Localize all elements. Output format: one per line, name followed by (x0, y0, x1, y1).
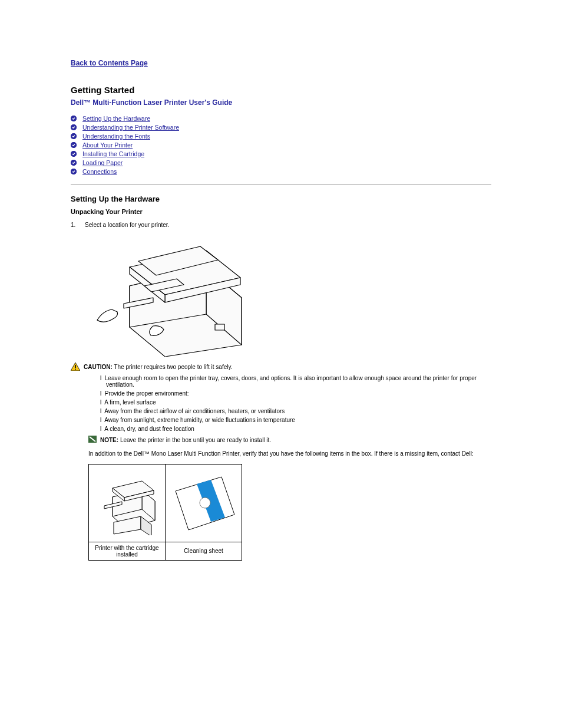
toc-link-connections[interactable]: Connections (82, 168, 117, 175)
parts-table: Printer with the cartridge installed Cle… (88, 464, 242, 561)
parts-label-sheet: Cleaning sheet (166, 542, 242, 560)
guideline-list: l Leave enough room to open the printer … (100, 375, 491, 432)
toc-link-about-printer[interactable]: About Your Printer (82, 141, 133, 149)
note-body: Leave the printer in the box until you a… (118, 437, 271, 443)
guideline-item: l Provide the proper environment: (100, 390, 491, 397)
bullet-icon (71, 124, 77, 130)
toc-list: Setting Up the Hardware Understanding th… (71, 115, 491, 175)
parts-label-printer: Printer with the cartridge installed (89, 542, 166, 560)
bullet-icon (71, 169, 77, 174)
toc-item: Loading Paper (71, 159, 491, 166)
note-label: NOTE: (100, 437, 118, 443)
bullet-icon (71, 151, 77, 157)
caution-icon (71, 363, 80, 371)
parts-cell-printer-image (89, 464, 166, 542)
figure-printer-lift (88, 233, 253, 357)
toc-item: Understanding the Fonts (71, 133, 491, 140)
guideline-item: l Leave enough room to open the printer … (100, 375, 491, 388)
note-block: NOTE: Leave the printer in the box until… (88, 436, 491, 444)
note-text: NOTE: Leave the printer in the box until… (100, 436, 271, 444)
subtitle: Dell™ Multi-Function Laser Printer User'… (71, 98, 491, 107)
caution-text: CAUTION: The printer requires two people… (84, 363, 233, 371)
toc-item: Installing the Cartridge (71, 150, 491, 157)
step-1: 1.Select a location for your printer. (71, 220, 491, 229)
parts-cell-sheet-image (166, 464, 242, 542)
svg-rect-7 (215, 324, 224, 330)
heading-setup-hardware: Setting Up the Hardware (71, 195, 491, 203)
toc-link-understanding-fonts[interactable]: Understanding the Fonts (82, 133, 150, 140)
caution-block: CAUTION: The printer requires two people… (71, 363, 491, 371)
back-to-contents-link[interactable]: Back to Contents Page (71, 59, 148, 67)
toc-link-loading-paper[interactable]: Loading Paper (82, 159, 123, 166)
caution-body: The printer requires two people to lift … (113, 364, 233, 370)
step-1-text: Select a location for your printer. (85, 222, 169, 228)
toc-link-setup-hardware[interactable]: Setting Up the Hardware (82, 115, 150, 122)
guideline-item: l Away from sunlight, extreme humidity, … (100, 417, 491, 423)
caution-label: CAUTION: (84, 364, 113, 370)
toc-item: Setting Up the Hardware (71, 115, 491, 122)
toc-item: Understanding the Printer Software (71, 124, 491, 131)
bullet-icon (71, 142, 77, 148)
guideline-item: l A firm, level surface (100, 399, 491, 406)
bullet-icon (71, 116, 77, 121)
toc-link-installing-cartridge[interactable]: Installing the Cartridge (82, 150, 144, 157)
svg-rect-8 (75, 365, 76, 368)
guideline-item: l Away from the direct airflow of air co… (100, 408, 491, 414)
divider (71, 185, 491, 185)
step-1-number: 1. (71, 220, 85, 229)
guideline-item: l A clean, dry, and dust free location (100, 426, 491, 432)
note-icon (88, 436, 97, 443)
toc-link-understanding-software[interactable]: Understanding the Printer Software (82, 124, 179, 131)
box-contents-intro: In addition to the Dell™ Mono Laser Mult… (88, 450, 491, 457)
toc-item: About Your Printer (71, 141, 491, 149)
page-title: Getting Started (71, 85, 491, 95)
heading-unpacking: Unpacking Your Printer (71, 207, 491, 217)
svg-rect-9 (75, 368, 76, 370)
toc-item: Connections (71, 168, 491, 175)
bullet-icon (71, 133, 77, 139)
svg-point-11 (200, 498, 210, 508)
bullet-icon (71, 160, 77, 166)
